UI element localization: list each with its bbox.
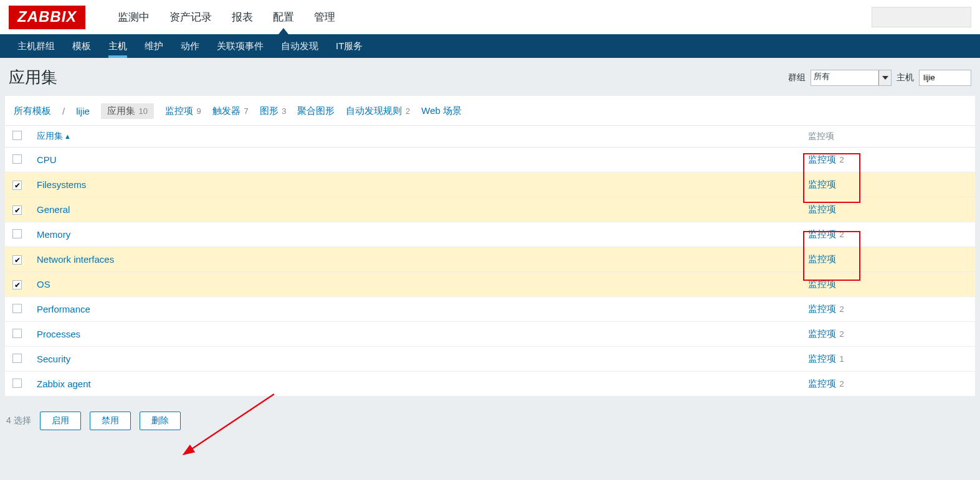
table-row: Security监控项 1 <box>5 347 975 372</box>
search-input[interactable] <box>872 7 971 27</box>
topnav-item-3[interactable]: 配置 <box>263 0 304 34</box>
tab-count: 2 <box>403 106 410 116</box>
application-name-link[interactable]: CPU <box>37 154 57 165</box>
chevron-down-icon <box>878 70 891 85</box>
topnav-item-0[interactable]: 监测中 <box>108 0 159 34</box>
row-checkbox[interactable] <box>12 154 22 164</box>
items-link[interactable]: 监控项 <box>808 204 836 214</box>
table-footer: 4 选择 启用 禁用 删除 <box>0 400 980 439</box>
table-row: CPU监控项 2 <box>5 148 975 172</box>
top-nav: ZABBIX 监测中资产记录报表配置管理 <box>0 0 980 34</box>
tab-6[interactable]: Web 场景 <box>421 105 462 117</box>
table-row: Network interfaces监控项 <box>5 247 975 272</box>
row-checkbox[interactable] <box>12 205 22 215</box>
topnav-item-1[interactable]: 资产记录 <box>159 0 222 34</box>
tab-count: 3 <box>280 106 287 116</box>
delete-button[interactable]: 删除 <box>140 412 181 430</box>
application-name-link[interactable]: OS <box>37 279 50 289</box>
application-name-link[interactable]: Security <box>37 354 70 364</box>
items-link[interactable]: 监控项 <box>808 328 836 339</box>
breadcrumb-1[interactable]: lijie <box>76 106 90 116</box>
topnav-item-2[interactable]: 报表 <box>222 0 263 34</box>
row-checkbox[interactable] <box>12 229 22 238</box>
page-title: 应用集 <box>9 67 57 88</box>
content-panel: 所有模板/lijie应用集 10监控项 9触发器 7图形 3聚合图形自动发现规则… <box>5 96 975 397</box>
row-checkbox[interactable] <box>12 329 22 338</box>
table-row: Performance监控项 2 <box>5 297 975 322</box>
disable-button[interactable]: 禁用 <box>90 412 131 430</box>
row-checkbox[interactable] <box>12 255 22 265</box>
tab-2[interactable]: 触发器 7 <box>212 105 249 117</box>
host-input[interactable] <box>919 70 971 86</box>
row-checkbox[interactable] <box>12 181 22 190</box>
items-link[interactable]: 监控项 <box>808 154 836 164</box>
row-checkbox[interactable] <box>12 304 22 313</box>
column-header-items: 监控项 <box>801 126 975 148</box>
application-name-link[interactable]: Performance <box>37 304 90 314</box>
items-link[interactable]: 监控项 <box>808 228 836 239</box>
table-row: General监控项 <box>5 197 975 222</box>
items-link[interactable]: 监控项 <box>808 179 836 189</box>
tab-count: 10 <box>136 106 148 116</box>
tab-0[interactable]: 应用集 10 <box>101 103 154 119</box>
tab-count: 7 <box>242 106 249 116</box>
items-count: 2 <box>837 230 844 239</box>
application-name-link[interactable]: Processes <box>37 329 80 339</box>
items-link[interactable]: 监控项 <box>808 353 836 364</box>
items-count: 1 <box>837 354 844 364</box>
items-link[interactable]: 监控项 <box>808 253 836 264</box>
table-row: Processes监控项 2 <box>5 322 975 347</box>
sub-nav: 主机群组模板主机维护动作关联项事件自动发现IT服务 <box>0 34 980 58</box>
logo: ZABBIX <box>9 6 85 29</box>
row-checkbox[interactable] <box>12 280 22 289</box>
applications-table: 应用集▲ 监控项 CPU监控项 2Filesystems监控项General监控… <box>5 125 975 397</box>
subnav-item-6[interactable]: 自动发现 <box>272 34 327 58</box>
selected-count: 4 选择 <box>6 415 31 426</box>
subnav-item-2[interactable]: 主机 <box>100 34 136 58</box>
subnav-item-7[interactable]: IT服务 <box>327 34 371 58</box>
items-count: 2 <box>837 155 844 164</box>
table-row: Zabbix agent监控项 2 <box>5 372 975 397</box>
subnav-item-4[interactable]: 动作 <box>172 34 208 58</box>
tab-row: 所有模板/lijie应用集 10监控项 9触发器 7图形 3聚合图形自动发现规则… <box>5 96 975 125</box>
host-label: 主机 <box>897 72 914 83</box>
select-all-checkbox[interactable] <box>12 131 22 140</box>
row-checkbox[interactable] <box>12 354 22 363</box>
table-row: Memory监控项 2 <box>5 222 975 247</box>
enable-button[interactable]: 启用 <box>40 412 81 430</box>
subnav-item-1[interactable]: 模板 <box>64 34 100 58</box>
row-checkbox[interactable] <box>12 379 22 388</box>
items-count: 2 <box>837 379 844 388</box>
items-link[interactable]: 监控项 <box>808 303 836 314</box>
table-row: OS监控项 <box>5 272 975 297</box>
tab-5[interactable]: 自动发现规则 2 <box>346 105 410 117</box>
topnav-item-4[interactable]: 管理 <box>304 0 345 34</box>
subnav-item-5[interactable]: 关联项事件 <box>208 34 272 58</box>
page-header: 应用集 群组 所有 主机 <box>0 58 980 92</box>
items-count: 2 <box>837 329 844 339</box>
items-link[interactable]: 监控项 <box>808 378 836 388</box>
items-link[interactable]: 监控项 <box>808 278 836 289</box>
application-name-link[interactable]: Zabbix agent <box>37 379 91 389</box>
group-label: 群组 <box>788 72 806 83</box>
breadcrumb-0[interactable]: 所有模板 <box>14 105 51 117</box>
breadcrumb-sep: / <box>62 106 65 116</box>
table-row: Filesystems监控项 <box>5 172 975 197</box>
subnav-item-3[interactable]: 维护 <box>136 34 172 58</box>
application-name-link[interactable]: Filesystems <box>37 179 86 190</box>
tab-4[interactable]: 聚合图形 <box>297 105 335 117</box>
tab-1[interactable]: 监控项 9 <box>165 105 201 117</box>
application-name-link[interactable]: Memory <box>37 229 70 240</box>
column-header-name[interactable]: 应用集▲ <box>29 126 801 148</box>
sort-asc-icon: ▲ <box>64 133 71 140</box>
items-count: 2 <box>837 304 844 314</box>
tab-count: 9 <box>194 106 201 116</box>
group-select-value: 所有 <box>814 72 830 81</box>
subnav-item-0[interactable]: 主机群组 <box>9 34 64 58</box>
application-name-link[interactable]: Network interfaces <box>37 254 114 265</box>
group-select[interactable]: 所有 <box>811 70 892 86</box>
application-name-link[interactable]: General <box>37 204 70 215</box>
tab-3[interactable]: 图形 3 <box>260 105 287 117</box>
